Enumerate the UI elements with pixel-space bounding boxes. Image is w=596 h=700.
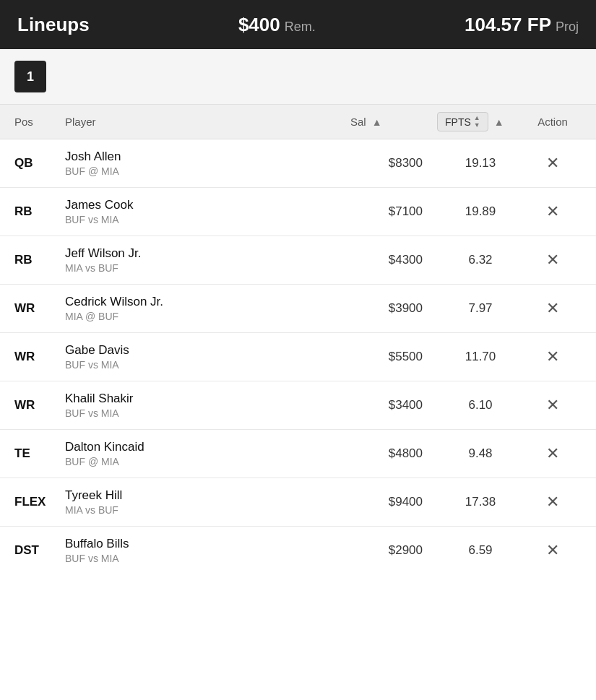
- row-pos: RB: [14, 253, 65, 267]
- row-player-team: BUF vs MIA: [65, 553, 350, 564]
- table-row: FLEX Tyreek Hill MIA vs BUF $9400 17.38 …: [0, 478, 596, 527]
- fpts-extra-arrow: ▲: [494, 116, 504, 128]
- col-header-fpts[interactable]: FPTS ▲ ▼ ▲: [437, 112, 524, 131]
- col-header-pos: Pos: [14, 116, 65, 128]
- row-pos: TE: [14, 446, 65, 461]
- row-fpts: 7.97: [437, 301, 524, 316]
- row-player-team: MIA vs BUF: [65, 262, 350, 274]
- row-player-team: BUF vs MIA: [65, 407, 350, 419]
- row-pos: QB: [14, 156, 65, 170]
- row-salary: $4800: [350, 446, 437, 461]
- row-player-info: Jeff Wilson Jr. MIA vs BUF: [65, 246, 350, 274]
- row-player-team: BUF vs MIA: [65, 214, 350, 225]
- table-row: WR Khalil Shakir BUF vs MIA $3400 6.10 ✕: [0, 381, 596, 430]
- remove-button[interactable]: ✕: [524, 154, 582, 173]
- row-fpts: 6.32: [437, 253, 524, 267]
- remove-button[interactable]: ✕: [524, 251, 582, 269]
- fpts-sort-arrows: ▲ ▼: [474, 115, 480, 129]
- remove-button[interactable]: ✕: [524, 493, 582, 511]
- header-amount: $400: [238, 14, 280, 36]
- table-row: QB Josh Allen BUF @ MIA $8300 19.13 ✕: [0, 139, 596, 188]
- sal-sort-icon[interactable]: ▲: [372, 116, 382, 128]
- row-pos: WR: [14, 301, 65, 316]
- col-header-player: Player: [65, 116, 350, 128]
- table-row: DST Buffalo Bills BUF vs MIA $2900 6.59 …: [0, 527, 596, 574]
- row-player-info: Buffalo Bills BUF vs MIA: [65, 537, 350, 564]
- row-player-info: Josh Allen BUF @ MIA: [65, 150, 350, 177]
- row-fpts: 9.48: [437, 446, 524, 461]
- tab-row: 1: [0, 49, 596, 105]
- row-player-name: Buffalo Bills: [65, 537, 350, 551]
- row-player-team: BUF @ MIA: [65, 456, 350, 467]
- row-pos: WR: [14, 398, 65, 412]
- header-center: $400 Rem.: [238, 14, 316, 36]
- row-player-name: Josh Allen: [65, 150, 350, 164]
- col-header-action: Action: [524, 116, 582, 128]
- row-salary: $8300: [350, 156, 437, 170]
- row-fpts: 6.10: [437, 398, 524, 412]
- column-headers: Pos Player Sal ▲ FPTS ▲ ▼ ▲ Action: [0, 105, 596, 139]
- row-player-name: Jeff Wilson Jr.: [65, 246, 350, 261]
- remove-button[interactable]: ✕: [524, 347, 582, 366]
- row-player-name: Khalil Shakir: [65, 392, 350, 406]
- row-fpts: 11.70: [437, 350, 524, 364]
- row-player-name: Dalton Kincaid: [65, 440, 350, 454]
- row-fpts: 6.59: [437, 543, 524, 558]
- row-salary: $3900: [350, 301, 437, 316]
- row-pos: DST: [14, 543, 65, 558]
- row-player-info: Khalil Shakir BUF vs MIA: [65, 392, 350, 419]
- row-player-name: Tyreek Hill: [65, 488, 350, 503]
- row-salary: $7100: [350, 204, 437, 219]
- row-pos: RB: [14, 204, 65, 219]
- row-fpts: 19.89: [437, 204, 524, 219]
- header-right: 104.57 FP Proj: [465, 14, 579, 36]
- table-row: WR Gabe Davis BUF vs MIA $5500 11.70 ✕: [0, 333, 596, 381]
- table-row: RB James Cook BUF vs MIA $7100 19.89 ✕: [0, 188, 596, 236]
- row-player-info: Tyreek Hill MIA vs BUF: [65, 488, 350, 516]
- table-row: RB Jeff Wilson Jr. MIA vs BUF $4300 6.32…: [0, 236, 596, 285]
- fpts-sort-badge[interactable]: FPTS ▲ ▼: [437, 112, 488, 131]
- row-salary: $9400: [350, 495, 437, 509]
- row-player-info: Dalton Kincaid BUF @ MIA: [65, 440, 350, 467]
- header-rem-label: Rem.: [285, 20, 316, 35]
- row-salary: $2900: [350, 543, 437, 558]
- header-title: Lineups: [17, 14, 90, 36]
- header-fp: 104.57 FP: [465, 14, 551, 36]
- col-header-sal[interactable]: Sal ▲: [350, 116, 437, 128]
- remove-button[interactable]: ✕: [524, 396, 582, 415]
- row-player-team: MIA @ BUF: [65, 311, 350, 322]
- remove-button[interactable]: ✕: [524, 541, 582, 560]
- header-proj-label: Proj: [556, 20, 579, 35]
- row-player-info: Cedrick Wilson Jr. MIA @ BUF: [65, 295, 350, 322]
- remove-button[interactable]: ✕: [524, 299, 582, 318]
- table-row: TE Dalton Kincaid BUF @ MIA $4800 9.48 ✕: [0, 430, 596, 478]
- row-pos: FLEX: [14, 495, 65, 509]
- row-player-name: James Cook: [65, 198, 350, 212]
- row-player-name: Cedrick Wilson Jr.: [65, 295, 350, 309]
- tab-1[interactable]: 1: [14, 61, 46, 92]
- row-salary: $3400: [350, 398, 437, 412]
- row-salary: $4300: [350, 253, 437, 267]
- row-player-team: BUF vs MIA: [65, 359, 350, 371]
- row-pos: WR: [14, 350, 65, 364]
- row-fpts: 19.13: [437, 156, 524, 170]
- row-player-name: Gabe Davis: [65, 343, 350, 358]
- row-salary: $5500: [350, 350, 437, 364]
- row-fpts: 17.38: [437, 495, 524, 509]
- player-list: QB Josh Allen BUF @ MIA $8300 19.13 ✕ RB…: [0, 139, 596, 574]
- row-player-team: MIA vs BUF: [65, 504, 350, 516]
- table-row: WR Cedrick Wilson Jr. MIA @ BUF $3900 7.…: [0, 285, 596, 333]
- remove-button[interactable]: ✕: [524, 444, 582, 463]
- row-player-info: James Cook BUF vs MIA: [65, 198, 350, 225]
- remove-button[interactable]: ✕: [524, 202, 582, 221]
- row-player-info: Gabe Davis BUF vs MIA: [65, 343, 350, 371]
- header: Lineups $400 Rem. 104.57 FP Proj: [0, 0, 596, 49]
- row-player-team: BUF @ MIA: [65, 165, 350, 177]
